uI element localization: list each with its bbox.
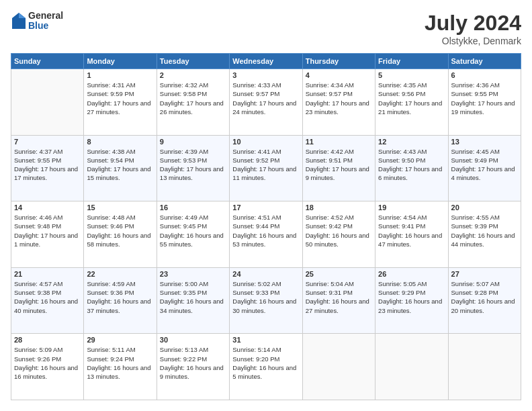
logo-text: General Blue [28, 11, 63, 32]
calendar-cell: 18Sunrise: 4:52 AMSunset: 9:42 PMDayligh… [302, 201, 375, 268]
sunrise-text: Sunrise: 4:49 AM [160, 214, 208, 221]
sunrise-text: Sunrise: 4:46 AM [14, 214, 62, 221]
daylight-text: Daylight: 16 hours and 23 minutes. [378, 298, 442, 314]
sunrise-text: Sunrise: 4:51 AM [232, 214, 281, 221]
daylight-text: Daylight: 16 hours and 47 minutes. [378, 232, 442, 248]
logo-blue-text: Blue [28, 21, 63, 31]
sunset-text: Sunset: 9:42 PM [306, 222, 353, 230]
sunset-text: Sunset: 9:31 PM [306, 289, 353, 296]
daylight-text: Daylight: 17 hours and 24 minutes. [232, 99, 296, 116]
calendar-cell: 6Sunrise: 4:36 AMSunset: 9:55 PMDaylight… [448, 69, 521, 136]
sunrise-text: Sunrise: 4:34 AM [306, 81, 354, 89]
daylight-text: Daylight: 16 hours and 40 minutes. [14, 298, 78, 314]
day-info: Sunrise: 5:04 AMSunset: 9:31 PMDaylight:… [306, 279, 372, 315]
day-number: 29 [87, 336, 153, 344]
sunset-text: Sunset: 9:51 PM [306, 156, 353, 164]
calendar-cell [11, 69, 84, 136]
day-info: Sunrise: 4:43 AMSunset: 9:50 PMDaylight:… [378, 147, 445, 183]
sunrise-text: Sunrise: 5:05 AM [378, 280, 427, 287]
day-number: 19 [378, 203, 445, 212]
sunset-text: Sunset: 9:38 PM [14, 289, 61, 296]
sunset-text: Sunset: 9:20 PM [232, 355, 279, 363]
sunset-text: Sunset: 9:48 PM [14, 222, 61, 230]
sunrise-text: Sunrise: 5:14 AM [232, 346, 281, 353]
day-info: Sunrise: 4:55 AMSunset: 9:39 PMDaylight:… [451, 213, 518, 248]
daylight-text: Daylight: 17 hours and 27 minutes. [87, 99, 150, 116]
day-info: Sunrise: 4:39 AMSunset: 9:53 PMDaylight:… [160, 147, 226, 183]
calendar-week-2: 7Sunrise: 4:37 AMSunset: 9:55 PMDaylight… [11, 135, 521, 201]
sunset-text: Sunset: 9:22 PM [160, 355, 207, 363]
calendar-cell: 7Sunrise: 4:37 AMSunset: 9:55 PMDaylight… [11, 135, 84, 201]
calendar-week-5: 28Sunrise: 5:09 AMSunset: 9:26 PMDayligh… [11, 334, 521, 400]
sunset-text: Sunset: 9:45 PM [160, 222, 207, 230]
calendar-week-1: 1Sunrise: 4:31 AMSunset: 9:59 PMDaylight… [11, 69, 521, 136]
sunrise-text: Sunrise: 4:52 AM [306, 214, 354, 221]
calendar-cell: 24Sunrise: 5:02 AMSunset: 9:33 PMDayligh… [230, 267, 302, 334]
daylight-text: Daylight: 16 hours and 58 minutes. [87, 232, 150, 248]
sunset-text: Sunset: 9:39 PM [451, 222, 498, 230]
day-info: Sunrise: 4:37 AMSunset: 9:55 PMDaylight:… [14, 147, 81, 183]
day-info: Sunrise: 4:32 AMSunset: 9:58 PMDaylight:… [160, 81, 226, 116]
calendar-cell: 1Sunrise: 4:31 AMSunset: 9:59 PMDaylight… [84, 69, 157, 136]
day-info: Sunrise: 4:46 AMSunset: 9:48 PMDaylight:… [14, 213, 81, 248]
day-info: Sunrise: 4:52 AMSunset: 9:42 PMDaylight:… [306, 213, 372, 248]
calendar-cell: 15Sunrise: 4:48 AMSunset: 9:46 PMDayligh… [84, 201, 157, 268]
day-number: 3 [232, 71, 299, 79]
calendar-cell: 17Sunrise: 4:51 AMSunset: 9:44 PMDayligh… [230, 201, 302, 268]
daylight-text: Daylight: 16 hours and 34 minutes. [160, 298, 224, 314]
sunset-text: Sunset: 9:55 PM [451, 90, 498, 97]
day-number: 30 [160, 336, 226, 344]
sunset-text: Sunset: 9:54 PM [87, 156, 134, 164]
calendar-table: Sunday Monday Tuesday Wednesday Thursday… [11, 53, 521, 400]
day-number: 5 [378, 71, 445, 79]
daylight-text: Daylight: 16 hours and 53 minutes. [232, 232, 296, 248]
calendar-cell: 22Sunrise: 4:59 AMSunset: 9:36 PMDayligh… [84, 267, 157, 334]
daylight-text: Daylight: 16 hours and 20 minutes. [451, 298, 515, 314]
calendar-cell: 4Sunrise: 4:34 AMSunset: 9:57 PMDaylight… [302, 69, 375, 136]
daylight-text: Daylight: 16 hours and 5 minutes. [232, 364, 296, 380]
sunrise-text: Sunrise: 4:38 AM [87, 148, 135, 155]
day-number: 16 [160, 203, 226, 212]
sunset-text: Sunset: 9:53 PM [160, 156, 207, 164]
calendar-cell [302, 334, 375, 400]
calendar-cell: 31Sunrise: 5:14 AMSunset: 9:20 PMDayligh… [230, 334, 302, 400]
main-title: July 2024 [425, 11, 521, 36]
title-block: July 2024 Olstykke, Denmark [425, 11, 521, 46]
day-info: Sunrise: 4:54 AMSunset: 9:41 PMDaylight:… [378, 213, 445, 248]
sunrise-text: Sunrise: 5:04 AM [306, 280, 354, 287]
day-number: 10 [232, 138, 299, 146]
daylight-text: Daylight: 16 hours and 9 minutes. [160, 364, 224, 380]
day-info: Sunrise: 5:07 AMSunset: 9:28 PMDaylight:… [451, 279, 518, 315]
calendar-cell: 19Sunrise: 4:54 AMSunset: 9:41 PMDayligh… [375, 201, 448, 268]
sunrise-text: Sunrise: 4:31 AM [87, 81, 135, 89]
sunset-text: Sunset: 9:35 PM [160, 289, 207, 296]
calendar-cell: 20Sunrise: 4:55 AMSunset: 9:39 PMDayligh… [448, 201, 521, 268]
sunset-text: Sunset: 9:24 PM [87, 355, 134, 363]
col-saturday: Saturday [448, 54, 521, 69]
day-number: 7 [14, 138, 81, 146]
sunrise-text: Sunrise: 4:45 AM [451, 148, 500, 155]
sunrise-text: Sunrise: 4:42 AM [306, 148, 354, 155]
sunset-text: Sunset: 9:49 PM [451, 156, 498, 164]
sunset-text: Sunset: 9:59 PM [87, 90, 134, 97]
sunset-text: Sunset: 9:57 PM [232, 90, 279, 97]
sunrise-text: Sunrise: 5:07 AM [451, 280, 500, 287]
day-info: Sunrise: 4:31 AMSunset: 9:59 PMDaylight:… [87, 81, 153, 116]
day-number: 6 [451, 71, 518, 79]
day-info: Sunrise: 4:51 AMSunset: 9:44 PMDaylight:… [232, 213, 299, 248]
day-number: 8 [87, 138, 153, 146]
calendar-cell: 28Sunrise: 5:09 AMSunset: 9:26 PMDayligh… [11, 334, 84, 400]
sunrise-text: Sunrise: 4:43 AM [378, 148, 427, 155]
day-info: Sunrise: 5:11 AMSunset: 9:24 PMDaylight:… [87, 345, 153, 381]
day-number: 17 [232, 203, 299, 212]
daylight-text: Daylight: 17 hours and 21 minutes. [378, 99, 442, 116]
sunrise-text: Sunrise: 4:54 AM [378, 214, 427, 221]
day-info: Sunrise: 4:41 AMSunset: 9:52 PMDaylight:… [232, 147, 299, 183]
day-number: 13 [451, 138, 518, 146]
sunrise-text: Sunrise: 5:02 AM [232, 280, 281, 287]
col-thursday: Thursday [302, 54, 375, 69]
logo-general-text: General [28, 11, 63, 21]
sunrise-text: Sunrise: 4:37 AM [14, 148, 62, 155]
day-info: Sunrise: 4:38 AMSunset: 9:54 PMDaylight:… [87, 147, 153, 183]
page: General Blue July 2024 Olstykke, Denmark… [0, 0, 532, 411]
